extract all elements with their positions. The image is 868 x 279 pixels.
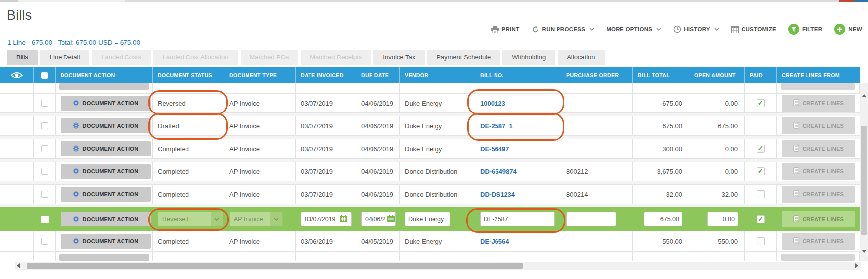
open-amount-input[interactable] bbox=[707, 212, 738, 226]
bill-no-link[interactable]: DD-6549874 bbox=[480, 168, 517, 175]
paid-checkbox[interactable] bbox=[757, 99, 765, 107]
row-checkbox[interactable] bbox=[41, 168, 48, 175]
run-process-button[interactable]: RUN PROCESS bbox=[532, 26, 595, 33]
row-checkbox[interactable] bbox=[41, 100, 48, 107]
vendor-input[interactable] bbox=[405, 212, 450, 226]
scroll-down-arrow[interactable] bbox=[862, 250, 867, 253]
document-action-button[interactable]: DOCUMENT ACTION bbox=[61, 187, 151, 202]
bill-no-link[interactable]: DE-J6564 bbox=[480, 238, 509, 245]
type-cell: AP Invoice bbox=[224, 116, 296, 136]
scroll-up-arrow[interactable] bbox=[862, 94, 867, 97]
purchase-order-input[interactable] bbox=[566, 212, 616, 226]
create-lines-button[interactable]: CREATE LINES bbox=[782, 117, 855, 134]
row-eye-cell bbox=[0, 116, 34, 136]
col-document-type[interactable]: DOCUMENT TYPE bbox=[224, 67, 296, 83]
paid-checkbox[interactable] bbox=[757, 145, 765, 153]
bill-no-link[interactable]: 1000123 bbox=[480, 100, 505, 107]
document-action-button[interactable]: DOCUMENT ACTION bbox=[61, 234, 151, 249]
row-checkbox[interactable] bbox=[41, 216, 49, 223]
tab-invoice-tax[interactable]: Invoice Tax bbox=[373, 50, 425, 65]
calendar-icon[interactable] bbox=[387, 214, 395, 224]
create-lines-button[interactable]: CREATE LINES bbox=[782, 163, 855, 180]
calendar-icon[interactable] bbox=[339, 214, 348, 224]
more-options-button[interactable]: MORE OPTIONS bbox=[606, 26, 661, 32]
col-bill-no[interactable]: BILL NO. bbox=[475, 67, 561, 83]
vertical-scroll-thumb[interactable] bbox=[861, 126, 867, 235]
bill-no-link[interactable]: DE-56497 bbox=[480, 145, 509, 153]
status-dropdown[interactable]: Reversed bbox=[158, 212, 223, 226]
lines-total-summary: 1 Line - 675.00 - Total: 675.00 USD = 67… bbox=[7, 39, 140, 46]
paid-checkbox[interactable] bbox=[757, 215, 765, 223]
paid-checkbox[interactable] bbox=[757, 190, 765, 198]
document-action-button[interactable]: DOCUMENT ACTION bbox=[61, 96, 151, 111]
col-create-lines-from[interactable]: CREATE LINES FROM bbox=[777, 67, 860, 83]
create-lines-button[interactable]: CREATE LINES bbox=[782, 233, 855, 250]
row-checkbox[interactable] bbox=[41, 238, 48, 245]
gear-icon bbox=[73, 238, 79, 245]
scroll-right-arrow[interactable] bbox=[855, 263, 858, 268]
tab-allocation[interactable]: Allocation bbox=[558, 50, 604, 65]
paid-checkbox[interactable] bbox=[757, 237, 765, 245]
col-purchase-order[interactable]: PURCHASE ORDER bbox=[561, 67, 633, 83]
type-dropdown[interactable]: AP Invoice bbox=[229, 212, 283, 226]
bill-no-input[interactable] bbox=[480, 212, 555, 226]
document-action-button[interactable]: DOCUMENT ACTION bbox=[61, 164, 151, 179]
customize-button[interactable]: CUSTOMIZE bbox=[731, 26, 776, 33]
date-invoiced-input[interactable] bbox=[305, 213, 337, 225]
create-lines-button[interactable]: CREATE LINES bbox=[782, 140, 855, 157]
tab-line-detail[interactable]: Line Detail bbox=[40, 50, 89, 65]
chevron-down-icon bbox=[656, 28, 661, 31]
horizontal-scrollbar[interactable] bbox=[15, 262, 861, 270]
col-due-date[interactable]: DUE DATE bbox=[356, 67, 400, 83]
create-lines-button[interactable]: CREATE LINES bbox=[782, 95, 855, 112]
col-vendor[interactable]: VENDOR bbox=[400, 67, 475, 83]
type-cell: AP Invoice bbox=[224, 93, 296, 113]
create-lines-button[interactable]: CREATE LINES bbox=[782, 211, 855, 227]
new-button[interactable]: NEW bbox=[834, 24, 862, 35]
strip-segment bbox=[18, 0, 125, 2]
bill-total-input[interactable] bbox=[644, 212, 682, 226]
paid-checkbox[interactable] bbox=[757, 167, 765, 175]
vendor-cell: Duke Energy bbox=[400, 93, 475, 113]
grid-icon bbox=[731, 26, 739, 33]
col-open-amount[interactable]: OPEN AMOUNT bbox=[689, 67, 745, 83]
tab-bills[interactable]: Bills bbox=[7, 50, 38, 65]
col-document-status[interactable]: DOCUMENT STATUS bbox=[153, 67, 224, 83]
open-amount-cell: 0.00 bbox=[689, 139, 745, 159]
vertical-scrollbar[interactable] bbox=[860, 83, 868, 261]
horizontal-scroll-thumb[interactable] bbox=[27, 263, 523, 269]
tab-landed-costs: Landed Costs bbox=[92, 50, 150, 65]
document-action-button[interactable]: DOCUMENT ACTION bbox=[61, 212, 151, 226]
date-invoiced-cell: 03/06/2019 bbox=[296, 231, 356, 252]
bill-no-link[interactable]: DD-DS1234 bbox=[480, 191, 515, 198]
create-lines-button[interactable]: CREATE LINES bbox=[782, 186, 855, 203]
due-date-input[interactable] bbox=[365, 213, 385, 225]
gear-icon bbox=[73, 216, 79, 223]
table-row: DOCUMENT ACTION Reversed AP Invoice 03/0… bbox=[0, 93, 860, 113]
document-action-button[interactable]: DOCUMENT ACTION bbox=[61, 141, 151, 156]
select-all-checkbox[interactable] bbox=[41, 72, 48, 79]
filter-funnel-icon bbox=[788, 24, 799, 35]
history-button[interactable]: HISTORY bbox=[673, 25, 719, 33]
row-checkbox[interactable] bbox=[41, 191, 48, 198]
tab-landed-cost-allocation: Landed Cost Allocation bbox=[153, 50, 238, 65]
row-checkbox[interactable] bbox=[41, 122, 48, 129]
row-eye-cell bbox=[0, 207, 34, 231]
print-button[interactable]: PRINT bbox=[491, 26, 520, 33]
bill-no-link[interactable]: DE-2587_1 bbox=[480, 122, 513, 130]
row-checkbox[interactable] bbox=[41, 145, 48, 152]
col-paid[interactable]: PAID bbox=[745, 67, 777, 83]
document-icon bbox=[793, 167, 799, 175]
col-bill-total[interactable]: BILL TOTAL bbox=[633, 67, 689, 83]
bills-screen: Bills PRINT RUN PROCESS MORE OPTIONS HIS… bbox=[0, 0, 868, 279]
eye-icon[interactable] bbox=[0, 67, 34, 83]
type-cell: AP Invoice bbox=[224, 231, 296, 252]
tab-payment-schedule[interactable]: Payment Schedule bbox=[427, 50, 500, 65]
col-document-action[interactable]: DOCUMENT ACTION bbox=[56, 67, 153, 83]
document-action-button[interactable]: DOCUMENT ACTION bbox=[61, 118, 151, 133]
tab-withholding[interactable]: Withholding bbox=[502, 50, 555, 65]
row-eye-cell bbox=[0, 162, 34, 181]
filter-button[interactable]: FILTER bbox=[788, 24, 822, 35]
scroll-left-arrow[interactable] bbox=[17, 263, 20, 268]
col-date-invoiced[interactable]: DATE INVOICED bbox=[296, 67, 356, 83]
